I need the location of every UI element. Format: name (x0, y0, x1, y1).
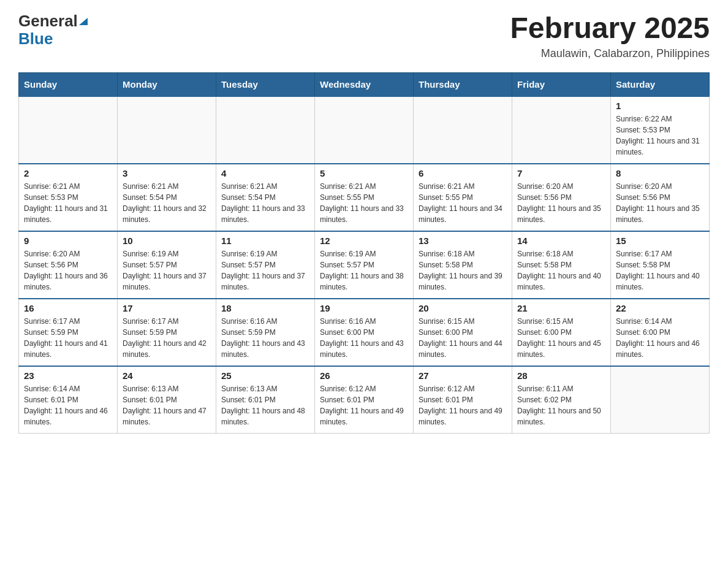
day-info: Sunrise: 6:18 AM Sunset: 5:58 PM Dayligh… (517, 248, 605, 293)
cell-content: 20Sunrise: 6:15 AM Sunset: 6:00 PM Dayli… (419, 303, 507, 360)
cell-content: 25Sunrise: 6:13 AM Sunset: 6:01 PM Dayli… (221, 370, 309, 427)
day-info: Sunrise: 6:20 AM Sunset: 5:56 PM Dayligh… (616, 181, 704, 225)
calendar-cell (19, 96, 118, 164)
day-info: Sunrise: 6:12 AM Sunset: 6:01 PM Dayligh… (419, 383, 507, 427)
day-info: Sunrise: 6:13 AM Sunset: 6:01 PM Dayligh… (123, 383, 211, 427)
cell-content: 16Sunrise: 6:17 AM Sunset: 5:59 PM Dayli… (24, 303, 112, 360)
day-info: Sunrise: 6:15 AM Sunset: 6:00 PM Dayligh… (517, 316, 605, 360)
calendar-week-row: 2Sunrise: 6:21 AM Sunset: 5:53 PM Daylig… (19, 164, 710, 231)
day-info: Sunrise: 6:19 AM Sunset: 5:57 PM Dayligh… (123, 248, 211, 293)
calendar-cell: 3Sunrise: 6:21 AM Sunset: 5:54 PM Daylig… (118, 164, 216, 231)
calendar-cell: 22Sunrise: 6:14 AM Sunset: 6:00 PM Dayli… (611, 299, 710, 366)
calendar-cell: 13Sunrise: 6:18 AM Sunset: 5:58 PM Dayli… (414, 231, 512, 299)
cell-content: 14Sunrise: 6:18 AM Sunset: 5:58 PM Dayli… (517, 236, 605, 293)
column-header-tuesday: Tuesday (216, 72, 315, 96)
day-info: Sunrise: 6:16 AM Sunset: 5:59 PM Dayligh… (221, 316, 309, 360)
day-info: Sunrise: 6:19 AM Sunset: 5:57 PM Dayligh… (221, 248, 309, 293)
column-header-friday: Friday (512, 72, 611, 96)
day-info: Sunrise: 6:18 AM Sunset: 5:58 PM Dayligh… (419, 248, 507, 293)
cell-content: 7Sunrise: 6:20 AM Sunset: 5:56 PM Daylig… (517, 168, 605, 225)
cell-content: 3Sunrise: 6:21 AM Sunset: 5:54 PM Daylig… (123, 168, 211, 225)
day-info: Sunrise: 6:19 AM Sunset: 5:57 PM Dayligh… (320, 248, 408, 293)
column-header-saturday: Saturday (611, 72, 710, 96)
day-number: 3 (123, 168, 211, 178)
day-number: 9 (24, 236, 112, 246)
day-number: 23 (24, 370, 112, 381)
day-number: 7 (517, 168, 605, 178)
calendar-header-row: SundayMondayTuesdayWednesdayThursdayFrid… (19, 72, 710, 96)
day-info: Sunrise: 6:20 AM Sunset: 5:56 PM Dayligh… (517, 181, 605, 225)
cell-content: 23Sunrise: 6:14 AM Sunset: 6:01 PM Dayli… (24, 370, 112, 427)
day-info: Sunrise: 6:11 AM Sunset: 6:02 PM Dayligh… (517, 383, 605, 427)
day-number: 10 (123, 236, 211, 246)
cell-content: 17Sunrise: 6:17 AM Sunset: 5:59 PM Dayli… (123, 303, 211, 360)
day-info: Sunrise: 6:21 AM Sunset: 5:55 PM Dayligh… (419, 181, 507, 225)
calendar-cell: 12Sunrise: 6:19 AM Sunset: 5:57 PM Dayli… (315, 231, 414, 299)
calendar-cell: 14Sunrise: 6:18 AM Sunset: 5:58 PM Dayli… (512, 231, 611, 299)
calendar-cell: 26Sunrise: 6:12 AM Sunset: 6:01 PM Dayli… (315, 366, 414, 434)
cell-content: 8Sunrise: 6:20 AM Sunset: 5:56 PM Daylig… (616, 168, 704, 225)
day-number: 18 (221, 303, 309, 313)
day-number: 21 (517, 303, 605, 313)
calendar-week-row: 1Sunrise: 6:22 AM Sunset: 5:53 PM Daylig… (19, 96, 710, 164)
calendar-cell: 6Sunrise: 6:21 AM Sunset: 5:55 PM Daylig… (414, 164, 512, 231)
cell-content: 21Sunrise: 6:15 AM Sunset: 6:00 PM Dayli… (517, 303, 605, 360)
cell-content: 24Sunrise: 6:13 AM Sunset: 6:01 PM Dayli… (123, 370, 211, 427)
cell-content: 22Sunrise: 6:14 AM Sunset: 6:00 PM Dayli… (616, 303, 704, 360)
cell-content: 10Sunrise: 6:19 AM Sunset: 5:57 PM Dayli… (123, 236, 211, 293)
day-number: 1 (616, 101, 704, 111)
day-number: 22 (616, 303, 704, 313)
calendar-cell: 9Sunrise: 6:20 AM Sunset: 5:56 PM Daylig… (19, 231, 118, 299)
day-info: Sunrise: 6:21 AM Sunset: 5:54 PM Dayligh… (123, 181, 211, 225)
cell-content: 26Sunrise: 6:12 AM Sunset: 6:01 PM Dayli… (320, 370, 408, 427)
day-number: 12 (320, 236, 408, 246)
calendar-cell (611, 366, 710, 434)
calendar-cell: 5Sunrise: 6:21 AM Sunset: 5:55 PM Daylig… (315, 164, 414, 231)
day-number: 2 (24, 168, 112, 178)
day-info: Sunrise: 6:22 AM Sunset: 5:53 PM Dayligh… (616, 113, 704, 158)
calendar-cell: 20Sunrise: 6:15 AM Sunset: 6:00 PM Dayli… (414, 299, 512, 366)
calendar-week-row: 16Sunrise: 6:17 AM Sunset: 5:59 PM Dayli… (19, 299, 710, 366)
day-info: Sunrise: 6:14 AM Sunset: 6:00 PM Dayligh… (616, 316, 704, 360)
day-info: Sunrise: 6:21 AM Sunset: 5:55 PM Dayligh… (320, 181, 408, 225)
day-info: Sunrise: 6:20 AM Sunset: 5:56 PM Dayligh… (24, 248, 112, 293)
logo: General Blue (18, 12, 88, 47)
page-header: General Blue February 2025 Maulawin, Cal… (18, 12, 710, 60)
cell-content: 11Sunrise: 6:19 AM Sunset: 5:57 PM Dayli… (221, 236, 309, 293)
day-number: 20 (419, 303, 507, 313)
logo-general-text: General (18, 12, 78, 30)
column-header-thursday: Thursday (414, 72, 512, 96)
calendar-cell: 15Sunrise: 6:17 AM Sunset: 5:58 PM Dayli… (611, 231, 710, 299)
calendar-subtitle: Maulawin, Calabarzon, Philippines (510, 47, 710, 60)
day-number: 27 (419, 370, 507, 381)
day-info: Sunrise: 6:17 AM Sunset: 5:58 PM Dayligh… (616, 248, 704, 293)
calendar-cell: 4Sunrise: 6:21 AM Sunset: 5:54 PM Daylig… (216, 164, 315, 231)
column-header-monday: Monday (118, 72, 216, 96)
day-number: 6 (419, 168, 507, 178)
day-info: Sunrise: 6:16 AM Sunset: 6:00 PM Dayligh… (320, 316, 408, 360)
cell-content: 12Sunrise: 6:19 AM Sunset: 5:57 PM Dayli… (320, 236, 408, 293)
cell-content: 4Sunrise: 6:21 AM Sunset: 5:54 PM Daylig… (221, 168, 309, 225)
calendar-cell (315, 96, 414, 164)
calendar-cell (414, 96, 512, 164)
day-number: 15 (616, 236, 704, 246)
cell-content: 28Sunrise: 6:11 AM Sunset: 6:02 PM Dayli… (517, 370, 605, 427)
day-number: 19 (320, 303, 408, 313)
calendar-cell: 7Sunrise: 6:20 AM Sunset: 5:56 PM Daylig… (512, 164, 611, 231)
cell-content: 18Sunrise: 6:16 AM Sunset: 5:59 PM Dayli… (221, 303, 309, 360)
calendar-cell: 23Sunrise: 6:14 AM Sunset: 6:01 PM Dayli… (19, 366, 118, 434)
day-info: Sunrise: 6:12 AM Sunset: 6:01 PM Dayligh… (320, 383, 408, 427)
day-number: 13 (419, 236, 507, 246)
column-header-sunday: Sunday (19, 72, 118, 96)
calendar-cell: 2Sunrise: 6:21 AM Sunset: 5:53 PM Daylig… (19, 164, 118, 231)
day-info: Sunrise: 6:21 AM Sunset: 5:54 PM Dayligh… (221, 181, 309, 225)
calendar-cell: 21Sunrise: 6:15 AM Sunset: 6:00 PM Dayli… (512, 299, 611, 366)
calendar-cell: 27Sunrise: 6:12 AM Sunset: 6:01 PM Dayli… (414, 366, 512, 434)
cell-content: 13Sunrise: 6:18 AM Sunset: 5:58 PM Dayli… (419, 236, 507, 293)
calendar-cell: 24Sunrise: 6:13 AM Sunset: 6:01 PM Dayli… (118, 366, 216, 434)
day-number: 8 (616, 168, 704, 178)
day-number: 25 (221, 370, 309, 381)
day-number: 14 (517, 236, 605, 246)
day-number: 16 (24, 303, 112, 313)
calendar-week-row: 9Sunrise: 6:20 AM Sunset: 5:56 PM Daylig… (19, 231, 710, 299)
